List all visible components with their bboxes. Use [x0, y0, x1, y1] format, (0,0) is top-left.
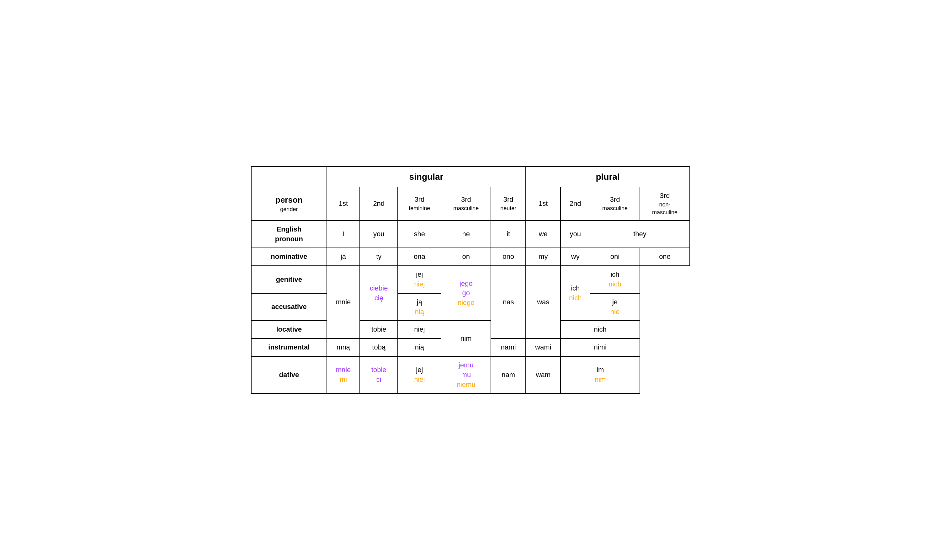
table-wrapper: singular plural person gender 1st 2nd 3r… — [251, 166, 690, 394]
nom-sg3n: ono — [491, 248, 526, 266]
nom-sg2: ty — [360, 248, 398, 266]
person-gender-cell: person gender — [251, 187, 327, 220]
loc-inst-sg3m-sg3n: nim — [441, 321, 491, 356]
gen-acc-sg2: ciebie cię — [360, 266, 398, 321]
pl3m-header: 3rd masculine — [590, 187, 640, 220]
gen-acc-sg3m-sg3n: jego go niego — [441, 266, 491, 321]
dat-pl1: nam — [491, 356, 526, 394]
genitive-label: genitive — [251, 266, 327, 293]
gen-acc-loc-pl1: nas — [491, 266, 526, 338]
inst-sg1: mną — [327, 338, 360, 356]
loc-sg2: tobie — [360, 321, 398, 338]
gen-acc-loc-pl2: was — [526, 266, 561, 338]
eng-sg3n: it — [491, 220, 526, 248]
plural-header: plural — [526, 166, 690, 187]
loc-sg3f: niej — [398, 321, 441, 338]
sg3f-header: 3rd feminine — [398, 187, 441, 220]
eng-sg3m: he — [441, 220, 491, 248]
pl2-header: 2nd — [561, 187, 590, 220]
pronoun-table: singular plural person gender 1st 2nd 3r… — [251, 166, 690, 394]
eng-pl1: we — [526, 220, 561, 248]
inst-pl1: nami — [491, 338, 526, 356]
gen-sg3f: jej niej — [398, 266, 441, 293]
eng-sg3f: she — [398, 220, 441, 248]
nom-sg1: ja — [327, 248, 360, 266]
loc-pl3: nich — [561, 321, 640, 338]
pl1-header: 1st — [526, 187, 561, 220]
dat-sg3m-sg3n: jemu mu niemu — [441, 356, 491, 394]
eng-sg1: I — [327, 220, 360, 248]
gen-acc-loc-sg1: mnie — [327, 266, 360, 338]
eng-pl2: you — [561, 220, 590, 248]
sg3n-header: 3rd neuter — [491, 187, 526, 220]
singular-header: singular — [327, 166, 526, 187]
acc-pl3nm: je nie — [590, 293, 640, 321]
nominative-label: nominative — [251, 248, 327, 266]
corner-cell — [251, 166, 327, 187]
nom-sg3m: on — [441, 248, 491, 266]
inst-sg2: tobą — [360, 338, 398, 356]
nom-pl3nm: one — [640, 248, 690, 266]
instrumental-label: instrumental — [251, 338, 327, 356]
sg1-header: 1st — [327, 187, 360, 220]
sg3m-header: 3rd masculine — [441, 187, 491, 220]
locative-label: locative — [251, 321, 327, 338]
person-label: person — [275, 195, 303, 205]
nom-pl2: wy — [561, 248, 590, 266]
sg2-header: 2nd — [360, 187, 398, 220]
dat-pl2: wam — [526, 356, 561, 394]
nom-sg3f: ona — [398, 248, 441, 266]
dative-label: dative — [251, 356, 327, 394]
gender-label: gender — [254, 206, 324, 213]
gen-acc-pl3m: ich nich — [561, 266, 590, 321]
inst-sg3f: nią — [398, 338, 441, 356]
pl3nm-header: 3rd non-masculine — [640, 187, 690, 220]
dat-sg2: tobie ci — [360, 356, 398, 394]
acc-sg3f: ją nią — [398, 293, 441, 321]
dat-sg3f: jej niej — [398, 356, 441, 394]
nom-pl3m: oni — [590, 248, 640, 266]
inst-pl2: wami — [526, 338, 561, 356]
inst-pl3: nimi — [561, 338, 640, 356]
nom-pl1: my — [526, 248, 561, 266]
dat-sg1: mnie mi — [327, 356, 360, 394]
english-pronoun-label: English pronoun — [251, 220, 327, 248]
eng-sg2: you — [360, 220, 398, 248]
accusative-label: accusative — [251, 293, 327, 321]
dat-pl3: im nim — [561, 356, 640, 394]
gen-pl3nm: ich nich — [590, 266, 640, 293]
eng-pl3: they — [590, 220, 690, 248]
